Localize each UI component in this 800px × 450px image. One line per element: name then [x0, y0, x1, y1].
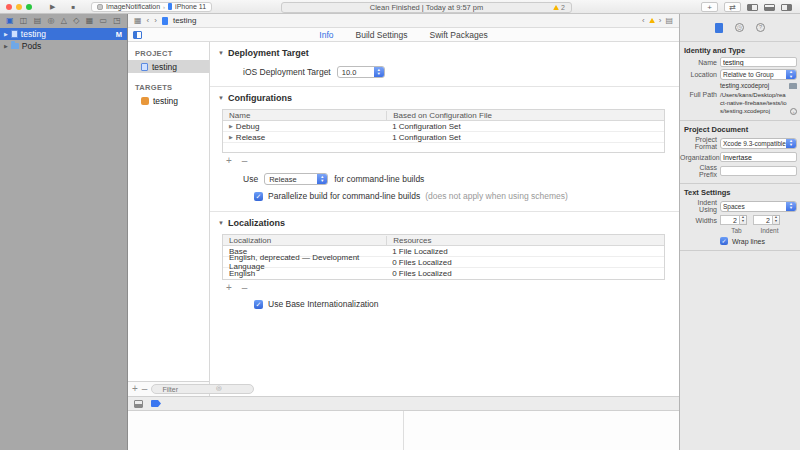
library-button[interactable]: +	[701, 2, 718, 12]
name-field[interactable]	[720, 57, 797, 67]
disclosure-triangle-icon[interactable]: ▶	[4, 31, 8, 37]
tab-width-stepper[interactable]: ▲▼	[740, 215, 747, 225]
filter-input[interactable]	[151, 384, 254, 394]
symbol-navigator-tab-icon[interactable]: ▤	[34, 17, 42, 25]
tab-build-settings[interactable]: Build Settings	[356, 30, 408, 40]
close-button[interactable]	[6, 4, 12, 10]
file-icon	[162, 17, 168, 25]
navigator-item-testing[interactable]: ▶ testing M	[0, 28, 127, 40]
stop-button[interactable]: ■	[71, 4, 75, 10]
issue-forward-button[interactable]: ›	[659, 17, 662, 25]
command-line-config-dropdown[interactable]: Release ▲▼	[264, 173, 328, 185]
editor-arrows-button[interactable]: ⇄	[724, 2, 741, 12]
debug-area-toggle-icon[interactable]	[134, 400, 143, 408]
localization-value: 1 File Localized	[386, 247, 664, 256]
scheme-name: ImageNotification	[106, 3, 160, 10]
navigator-item-label: Pods	[22, 41, 41, 51]
full-path-label: Full Path	[680, 91, 720, 98]
localization-value: 0 Files Localized	[386, 258, 664, 267]
project-item-testing[interactable]: testing	[128, 60, 209, 73]
remove-configuration-button[interactable]: –	[242, 156, 248, 166]
table-row[interactable]: ▶ Debug 1 Configuration Set	[223, 121, 664, 132]
jump-bar-file[interactable]: testing	[173, 16, 197, 25]
config-name: Release	[236, 133, 265, 142]
debug-navigator-tab-icon[interactable]: ▦	[86, 17, 94, 25]
organization-label: Organization	[680, 154, 720, 161]
disclosure-triangle-icon[interactable]: ▶	[229, 123, 233, 129]
run-button[interactable]: ▶	[50, 3, 55, 10]
widths-label: Widths	[680, 217, 720, 224]
tab-width-field[interactable]: 2	[720, 215, 740, 225]
indent-using-dropdown[interactable]: Spaces ▲▼	[720, 201, 797, 212]
add-target-button[interactable]: +	[132, 384, 138, 394]
warning-badge[interactable]: 2	[553, 4, 565, 11]
breakpoint-navigator-tab-icon[interactable]: ▭	[100, 17, 108, 25]
choose-location-folder-icon[interactable]	[789, 83, 797, 89]
back-button[interactable]: ‹	[147, 17, 150, 25]
project-navigator-tab-icon[interactable]: ▣	[6, 17, 14, 25]
dropdown-value: 10.0	[338, 67, 374, 77]
configurations-table: Name Based on Configuration File ▶ Debug…	[222, 109, 665, 153]
ios-deployment-target-dropdown[interactable]: 10.0 ▲▼	[337, 66, 385, 78]
section-deployment-target[interactable]: ▼ Deployment Target	[210, 42, 679, 61]
tab-swift-packages[interactable]: Swift Packages	[430, 30, 488, 40]
class-prefix-label: Class Prefix	[680, 164, 720, 178]
indent-width-field[interactable]: 2	[753, 215, 773, 225]
table-row[interactable]: English 0 Files Localized	[223, 268, 664, 279]
remove-localization-button[interactable]: –	[242, 283, 248, 293]
table-row[interactable]: ▶ Release 1 Configuration Set	[223, 132, 664, 143]
project-document-section-title: Project Document	[684, 125, 800, 134]
scheme-selector[interactable]: ImageNotification › iPhone 11	[91, 2, 212, 12]
minimize-button[interactable]	[16, 4, 22, 10]
project-format-label: Project Format	[680, 136, 720, 150]
editor-options-button[interactable]: ▤	[665, 17, 673, 25]
variables-view-pane[interactable]	[128, 411, 403, 450]
table-row[interactable]: English, deprecated — Development Langua…	[223, 257, 664, 268]
location-label: Location	[680, 71, 720, 78]
class-prefix-field[interactable]	[720, 166, 797, 176]
remove-target-button[interactable]: –	[142, 384, 148, 394]
use-label: Use	[243, 174, 258, 184]
source-control-tab-icon[interactable]: ◫	[20, 17, 28, 25]
debug-area-toggle-button[interactable]	[764, 4, 775, 11]
disclosure-triangle-icon[interactable]: ▶	[229, 134, 233, 140]
section-localizations[interactable]: ▼ Localizations	[210, 212, 679, 231]
reveal-in-finder-icon[interactable]: ›	[790, 108, 797, 115]
indent-width-stepper[interactable]: ▲▼	[773, 215, 780, 225]
quick-help-tab-icon[interactable]: ?	[756, 23, 765, 32]
organization-field[interactable]	[720, 152, 797, 162]
tab-info[interactable]: Info	[319, 30, 333, 40]
inspector-toggle-button[interactable]	[781, 4, 792, 11]
history-inspector-tab-icon[interactable]: ◷	[735, 23, 744, 32]
report-navigator-tab-icon[interactable]: ◳	[113, 17, 121, 25]
warning-icon	[553, 5, 559, 10]
navigator-tab-bar: ▣ ◫ ▤ ◎ △ ◇ ▦ ▭ ◳	[0, 14, 127, 28]
column-header-based-on: Based on Configuration File	[386, 111, 664, 120]
test-navigator-tab-icon[interactable]: ◇	[73, 17, 79, 25]
navigator-panel: ▣ ◫ ▤ ◎ △ ◇ ▦ ▭ ◳ ▶ testing M ▶ Pods	[0, 14, 128, 450]
breakpoints-toggle-icon[interactable]	[151, 400, 161, 407]
issue-navigator-tab-icon[interactable]: △	[61, 17, 67, 25]
project-format-dropdown[interactable]: Xcode 9.3-compatible ▲▼	[720, 138, 797, 149]
file-inspector-tab-icon[interactable]	[715, 23, 723, 33]
issue-back-button[interactable]: ‹	[642, 17, 645, 25]
navigator-toggle-button[interactable]	[747, 4, 758, 11]
wrap-lines-checkbox[interactable]: ✓	[720, 237, 728, 245]
add-localization-button[interactable]: +	[226, 283, 232, 293]
related-items-icon[interactable]: ▦	[134, 17, 142, 25]
add-configuration-button[interactable]: +	[226, 156, 232, 166]
parallelize-checkbox[interactable]: ✓	[254, 192, 263, 201]
disclosure-triangle-icon: ▼	[218, 95, 224, 101]
forward-button[interactable]: ›	[154, 17, 157, 25]
warning-icon	[649, 18, 655, 23]
navigator-item-pods[interactable]: ▶ Pods	[0, 40, 127, 52]
console-pane[interactable]	[403, 411, 679, 450]
section-configurations[interactable]: ▼ Configurations	[210, 87, 679, 106]
name-label: Name	[680, 59, 720, 66]
location-dropdown[interactable]: Relative to Group ▲▼	[720, 69, 797, 80]
zoom-button[interactable]	[26, 4, 32, 10]
disclosure-triangle-icon[interactable]: ▶	[4, 43, 8, 49]
base-internationalization-checkbox[interactable]: ✓	[254, 300, 263, 309]
target-item-testing[interactable]: testing	[128, 94, 209, 107]
find-navigator-tab-icon[interactable]: ◎	[48, 17, 55, 25]
